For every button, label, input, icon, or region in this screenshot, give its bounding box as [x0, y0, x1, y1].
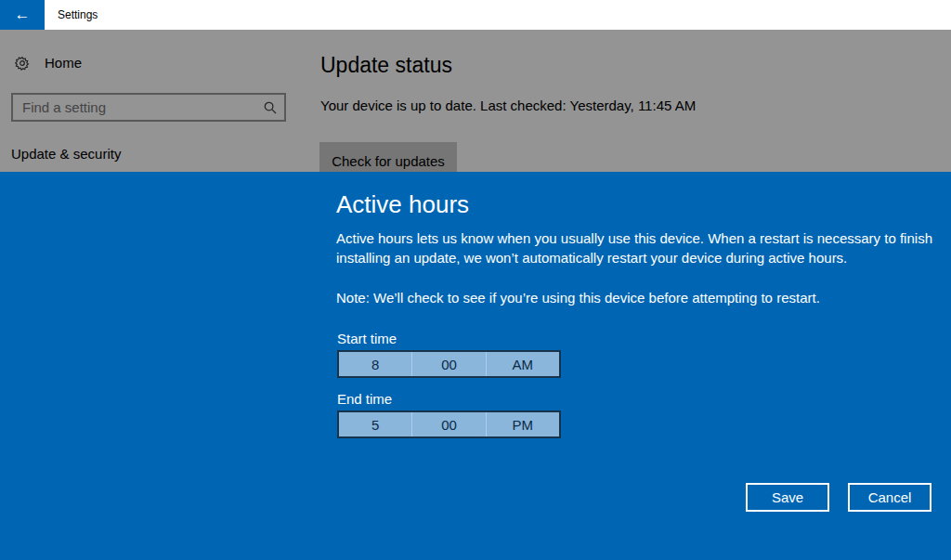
end-time-label: End time [337, 391, 392, 407]
start-minute-select[interactable]: 00 [412, 352, 486, 376]
end-time-picker: 5 00 PM [337, 410, 561, 438]
cancel-button[interactable]: Cancel [848, 483, 931, 512]
window-title: Settings [58, 0, 98, 30]
start-time-picker: 8 00 AM [337, 350, 561, 378]
end-ampm-select[interactable]: PM [487, 412, 559, 436]
start-time-label: Start time [337, 331, 397, 346]
titlebar: ← Settings [0, 0, 951, 30]
active-hours-dialog: Active hours Active hours lets us know w… [0, 172, 951, 560]
start-ampm-select[interactable]: AM [487, 352, 559, 376]
dialog-description: Active hours lets us know when you usual… [336, 228, 935, 267]
dialog-title: Active hours [336, 190, 469, 219]
start-hour-select[interactable]: 8 [339, 352, 412, 376]
back-button[interactable]: ← [0, 0, 45, 30]
end-minute-select[interactable]: 00 [412, 412, 486, 436]
save-button[interactable]: Save [746, 483, 829, 512]
dialog-note: Note: We’ll check to see if you’re using… [336, 290, 935, 306]
back-arrow-icon: ← [15, 6, 31, 24]
end-hour-select[interactable]: 5 [339, 412, 412, 436]
